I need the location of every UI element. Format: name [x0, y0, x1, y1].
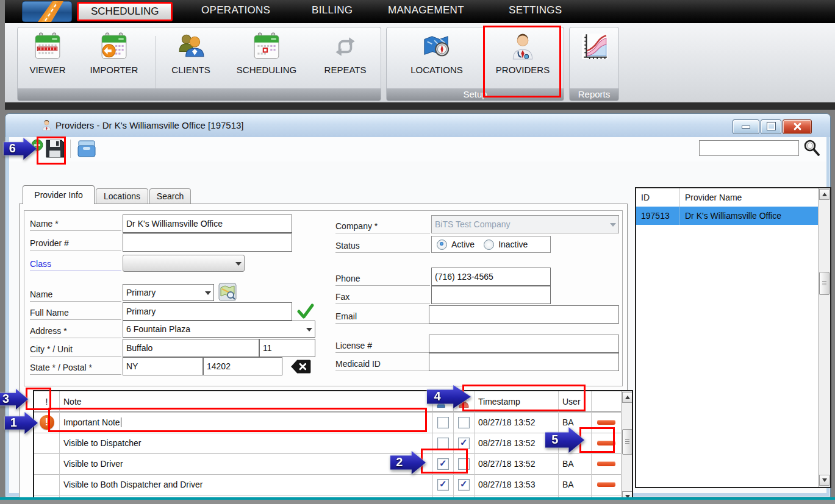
provider-list-header: ID Provider Name	[636, 188, 818, 207]
dispatcher-checkbox[interactable]	[437, 458, 449, 470]
maximize-button[interactable]	[761, 119, 781, 134]
menu-settings[interactable]: SETTINGS	[509, 4, 562, 16]
phone-input[interactable]	[431, 268, 551, 286]
timestamp-cell: 08/27/18 13:52	[475, 453, 559, 474]
close-icon	[794, 122, 801, 130]
repeats-label: REPEATS	[324, 65, 367, 75]
radio-inactive[interactable]	[484, 240, 494, 250]
medicaid-input[interactable]	[429, 353, 619, 371]
note-cell[interactable]: Visible to Both Dispatcher and Driver	[60, 474, 433, 495]
tab-provider-info[interactable]: Provider Info	[23, 185, 95, 204]
notes-scrollbar[interactable]	[621, 391, 633, 503]
scrollbar-thumb[interactable]	[819, 272, 830, 295]
map-lookup-icon[interactable]	[218, 283, 237, 301]
timestamp-column-header[interactable]: Timestamp	[475, 391, 559, 412]
menu-scheduling[interactable]: SCHEDULING	[77, 2, 173, 21]
location-name-combo[interactable]: Primary	[123, 284, 214, 301]
locations-map-icon	[423, 32, 451, 60]
reports-button[interactable]	[579, 31, 610, 90]
driver-checkbox[interactable]	[458, 458, 470, 470]
license-input[interactable]	[429, 335, 619, 353]
reports-group-label: Reports	[570, 88, 618, 101]
dispatcher-checkbox[interactable]	[437, 479, 449, 491]
chevron-down-icon	[205, 291, 211, 295]
user-column-header[interactable]: User	[559, 391, 592, 412]
provider-list-panel: ID Provider Name 197513 Dr K's Williamsv…	[635, 187, 831, 488]
menu-billing[interactable]: BILLING	[312, 4, 353, 16]
close-button[interactable]	[783, 119, 812, 134]
maximize-icon	[767, 122, 775, 130]
dispatcher-checkbox[interactable]	[437, 438, 449, 449]
important-icon[interactable]: !	[40, 415, 54, 430]
importer-label: IMPORTER	[90, 65, 138, 75]
window-toolbar	[9, 137, 826, 161]
ribbon-group-reports: Reports	[569, 27, 619, 101]
scheduling-button[interactable]: SCHEDULING	[224, 31, 309, 90]
location-name-label: Name	[30, 289, 121, 302]
address-combo[interactable]: 6 Fountain Plaza	[123, 321, 315, 338]
scroll-up-button[interactable]	[622, 392, 633, 403]
provider-info-page: Name * Provider # Class Name Primary	[19, 204, 628, 504]
clients-people-icon	[177, 32, 205, 60]
tab-search[interactable]: Search	[149, 188, 191, 204]
importer-button[interactable]: IMPORTER	[77, 31, 151, 90]
class-label[interactable]: Class	[30, 259, 121, 271]
search-icon[interactable]	[802, 138, 820, 157]
scrollbar-thumb[interactable]	[622, 429, 633, 455]
provider-name-column-header[interactable]: Provider Name	[680, 188, 818, 207]
provider-list-scrollbar[interactable]	[818, 188, 830, 487]
dispatcher-checkbox[interactable]	[437, 417, 449, 428]
driver-checkbox[interactable]	[458, 417, 470, 428]
delete-note-button[interactable]	[597, 420, 615, 425]
driver-checkbox[interactable]	[458, 479, 470, 491]
city-input[interactable]	[123, 339, 259, 357]
save-button[interactable]	[45, 139, 65, 158]
scroll-down-button[interactable]	[819, 475, 830, 486]
note-cell[interactable]: Visible to Driver	[60, 453, 433, 474]
delete-note-button[interactable]	[597, 441, 615, 445]
archive-box-icon[interactable]	[76, 139, 97, 158]
menu-management[interactable]: MANAGEMENT	[388, 4, 464, 16]
search-input[interactable]	[699, 140, 799, 156]
repeats-button[interactable]: REPEATS	[313, 31, 378, 90]
window-doctor-icon	[41, 119, 52, 131]
email-input[interactable]	[429, 305, 619, 324]
notes-header-row: ! Note	[34, 391, 621, 413]
driver-checkbox[interactable]	[458, 438, 470, 449]
tab-locations[interactable]: Locations	[96, 188, 148, 204]
ribbon: VIEWER IMPORTER	[5, 23, 835, 102]
providers-button[interactable]: PROVIDERS	[487, 31, 559, 90]
provider-number-input[interactable]	[123, 233, 292, 252]
id-column-header[interactable]: ID	[636, 188, 680, 207]
desktop-strip	[0, 500, 835, 504]
locations-button[interactable]: LOCATIONS	[394, 31, 479, 90]
unit-input[interactable]	[259, 339, 315, 357]
note-row-both: Visible to Both Dispatcher and Driver 08…	[34, 474, 621, 495]
postal-input[interactable]	[203, 357, 282, 375]
note-cell[interactable]: Important Note	[60, 412, 433, 433]
menu-operations[interactable]: OPERATIONS	[201, 4, 270, 16]
note-cell[interactable]: Visible to Dispatcher	[60, 433, 433, 453]
class-combo[interactable]	[123, 255, 245, 272]
scroll-up-button[interactable]	[819, 189, 830, 200]
clients-button[interactable]: CLIENTS	[160, 31, 221, 90]
note-column-header[interactable]: Note	[60, 391, 433, 412]
user-cell: BA	[559, 453, 592, 474]
delete-note-button[interactable]	[597, 461, 615, 466]
viewer-button[interactable]: VIEWER	[21, 31, 74, 90]
important-column-header[interactable]: !	[34, 391, 60, 412]
full-name-label: Full Name	[30, 308, 121, 320]
notes-table: ! Note	[33, 390, 633, 504]
name-input[interactable]	[123, 215, 292, 233]
state-input[interactable]	[123, 357, 203, 375]
phone-label: Phone	[335, 274, 430, 286]
radio-active[interactable]	[437, 240, 447, 250]
fax-input[interactable]	[431, 286, 551, 304]
clear-backspace-icon[interactable]	[289, 359, 312, 374]
provider-list-row-selected[interactable]: 197513 Dr K's Williamsville Office	[636, 207, 818, 225]
window-titlebar[interactable]: Providers - Dr K's Williamsville Office …	[5, 114, 830, 137]
minimize-button[interactable]	[733, 119, 759, 134]
annotation-arrow-4: 4	[427, 385, 471, 408]
full-name-input[interactable]	[123, 302, 292, 321]
delete-note-button[interactable]	[597, 482, 615, 487]
